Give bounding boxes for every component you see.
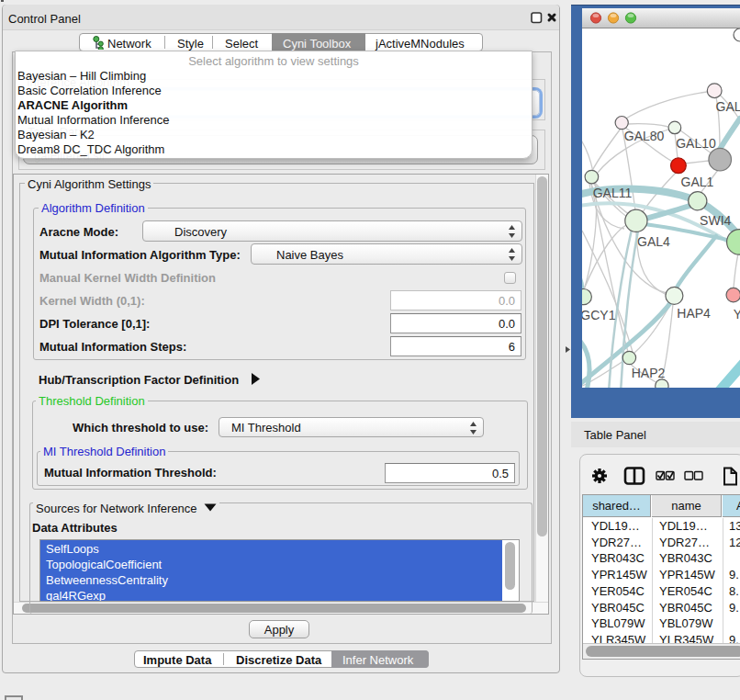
- svg-text:HAP2: HAP2: [632, 366, 666, 380]
- svg-text:GAL10: GAL10: [676, 136, 716, 151]
- svg-text:GAL80: GAL80: [624, 129, 665, 143]
- svg-text:GAL4: GAL4: [637, 234, 670, 249]
- svg-text:Y: Y: [734, 307, 740, 322]
- svg-text:GCY1: GCY1: [582, 308, 616, 322]
- svg-text:GAL1: GAL1: [681, 175, 714, 189]
- svg-text:HAP4: HAP4: [677, 306, 711, 321]
- svg-text:GAL: GAL: [716, 99, 740, 114]
- svg-text:SWI4: SWI4: [700, 213, 731, 228]
- svg-text:GAL11: GAL11: [593, 186, 633, 200]
